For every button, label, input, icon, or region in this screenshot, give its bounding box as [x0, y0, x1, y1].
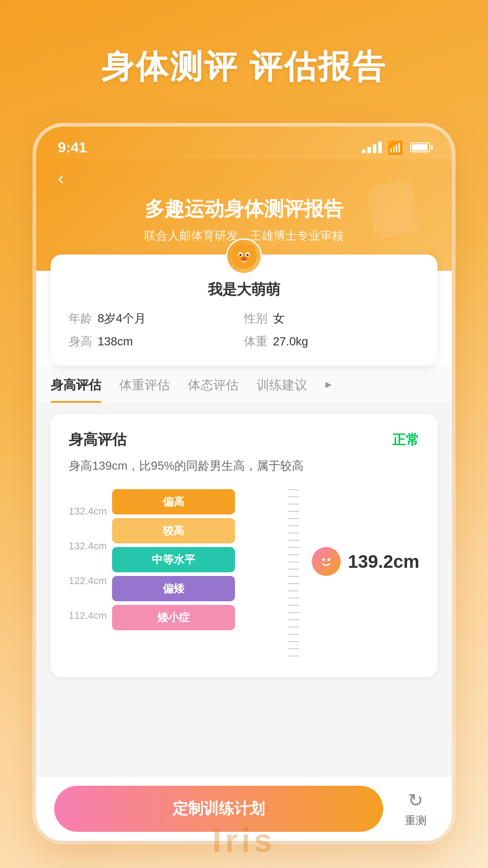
content-area: 身高评估 正常 身高139cm，比95%的同龄男生高，属于较高 132.4cm …: [36, 403, 452, 776]
height-value: 139.2cm: [348, 552, 419, 572]
tab-posture[interactable]: 体态评估: [188, 377, 239, 403]
tab-weight[interactable]: 体重评估: [119, 377, 170, 403]
profile-name: 我是大萌萌: [69, 280, 419, 300]
tab-training[interactable]: 训练建议: [257, 377, 307, 403]
avatar: [226, 238, 262, 274]
ruler: [288, 489, 299, 661]
svg-point-6: [247, 254, 249, 256]
bar-row-2: 较高: [112, 518, 283, 543]
bar-row-5: 矮小症: [112, 605, 283, 630]
height-indicator: 139.2cm: [312, 547, 419, 576]
height-chart: 132.4cm 132.4cm 122.4cm 112.4cm 偏高 较高: [69, 489, 419, 661]
profile-card: 我是大萌萌 年龄 8岁4个月 性别 女 身高 138cm 体重 27.0kg: [51, 255, 437, 366]
status-icons: 📶: [362, 140, 430, 155]
tabs-bar: 身高评估 体重评估 体态评估 训练建议 ▸: [36, 366, 452, 403]
svg-rect-1: [373, 185, 413, 233]
assessment-title: 身高评估: [69, 430, 127, 450]
wifi-icon: 📶: [387, 140, 403, 155]
bar-row-3: 中等水平: [112, 547, 283, 572]
bar-very-short: 矮小症: [112, 605, 235, 630]
back-button[interactable]: ‹: [58, 168, 64, 189]
bar-row-1: 偏高: [112, 489, 283, 514]
header-bg-icon: [361, 177, 425, 241]
weight-stat: 体重 27.0kg: [244, 334, 419, 349]
age-stat: 年龄 8岁4个月: [69, 311, 244, 326]
bar-high: 偏高: [112, 489, 235, 514]
signal-icon: [362, 142, 382, 153]
svg-point-10: [317, 552, 335, 571]
svg-point-7: [241, 257, 247, 261]
svg-point-5: [239, 254, 242, 256]
gender-stat: 性别 女: [244, 311, 419, 326]
battery-icon: [410, 142, 430, 152]
tab-height[interactable]: 身高评估: [51, 377, 101, 403]
smiley-face: [312, 547, 341, 576]
bar-average: 中等水平: [112, 547, 235, 572]
status-bar: 9:41 📶: [36, 127, 452, 159]
assessment-status: 正常: [392, 431, 419, 449]
phone-mockup: 9:41 📶 ‹ 多趣运动身体测评报: [36, 127, 452, 841]
refresh-icon: ↻: [408, 790, 423, 811]
bar-row-4: 偏矮: [112, 576, 283, 601]
page-title: 身体测评 评估报告: [0, 0, 488, 89]
bar-higher: 较高: [112, 518, 235, 543]
tab-more[interactable]: ▸: [325, 377, 332, 403]
branding: Iris: [0, 822, 488, 859]
status-time: 9:41: [58, 139, 87, 156]
svg-point-12: [328, 558, 330, 561]
chart-bars: 偏高 较高 中等水平 偏矮 矮小症: [112, 489, 283, 661]
assessment-card: 身高评估 正常 身高139cm，比95%的同龄男生高，属于较高 132.4cm …: [51, 414, 437, 677]
svg-point-11: [322, 558, 325, 561]
chart-labels: 132.4cm 132.4cm 122.4cm 112.4cm: [69, 489, 107, 661]
height-stat: 身高 138cm: [69, 334, 244, 349]
bar-short: 偏矮: [112, 576, 235, 601]
assessment-description: 身高139cm，比95%的同龄男生高，属于较高: [69, 457, 419, 475]
